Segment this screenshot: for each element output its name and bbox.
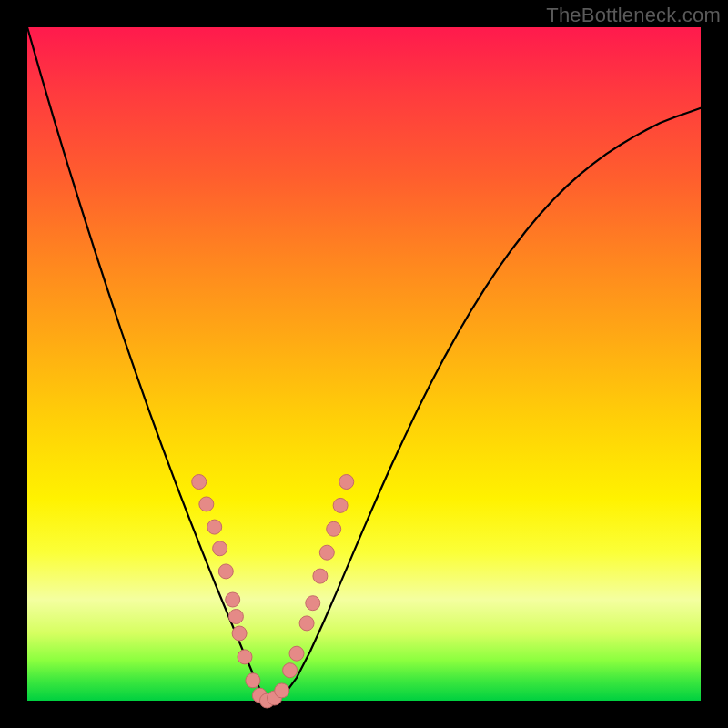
curve-marker-dot — [228, 610, 243, 624]
curve-marker-dot — [199, 497, 214, 511]
curve-marker-dot — [333, 498, 348, 512]
bottleneck-curve-path — [27, 27, 701, 701]
curve-marker-dot — [238, 650, 252, 664]
chart-stage: TheBottleneck.com — [0, 0, 728, 728]
curve-marker-dot — [319, 545, 334, 560]
bottleneck-curve — [27, 27, 701, 701]
watermark-text: TheBottleneck.com — [546, 4, 721, 27]
curve-marker-dot — [226, 592, 240, 607]
curve-marker-dot — [283, 663, 298, 678]
curve-marker-dot — [213, 541, 228, 556]
curve-markers — [192, 475, 354, 709]
curve-marker-dot — [192, 475, 207, 490]
curve-marker-dot — [232, 626, 247, 641]
curve-marker-dot — [289, 646, 304, 661]
curve-marker-dot — [339, 475, 354, 490]
curve-marker-dot — [327, 521, 341, 536]
curve-marker-dot — [207, 520, 222, 534]
curve-marker-dot — [246, 673, 260, 688]
chart-overlay — [27, 27, 701, 701]
curve-marker-dot — [218, 564, 233, 579]
curve-marker-dot — [313, 569, 328, 583]
curve-marker-dot — [299, 616, 314, 631]
curve-marker-dot — [275, 683, 289, 698]
curve-marker-dot — [306, 596, 320, 611]
